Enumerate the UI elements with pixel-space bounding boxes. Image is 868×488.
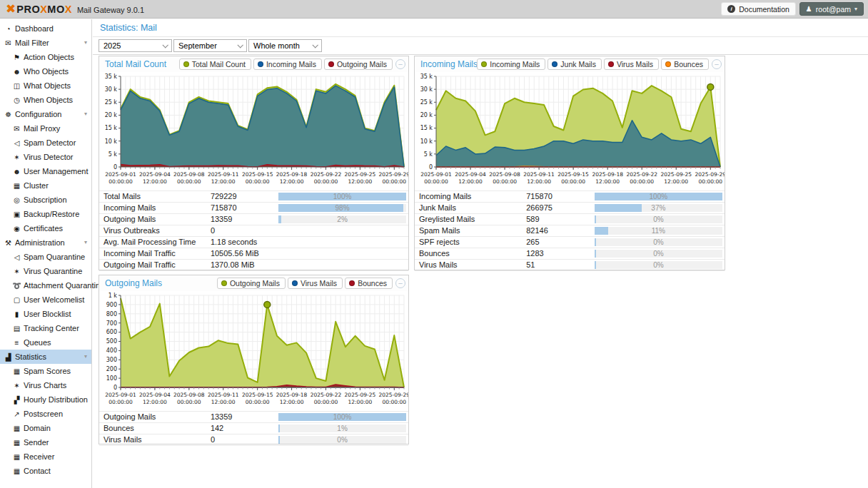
sidebar-item-label: Attachment Quarantine (24, 281, 104, 290)
sidebar-item-subscription[interactable]: ◎Subscription (0, 193, 91, 207)
sidebar-item-what-objects[interactable]: ◫What Objects (0, 78, 91, 93)
percent-bar: 0% (595, 238, 722, 246)
legend-item-incoming-mails[interactable]: Incoming Mails (253, 59, 322, 70)
sidebar-item-virus-charts[interactable]: ✶Virus Charts (0, 378, 91, 392)
svg-text:2025-09-22: 2025-09-22 (626, 171, 657, 178)
sidebar-item-user-blocklist[interactable]: ▮User Blocklist (0, 307, 91, 321)
svg-text:12:00:00: 12:00:00 (664, 178, 688, 185)
sidebar-item-hourly-distribution[interactable]: ▞Hourly Distribution (0, 392, 91, 407)
sidebar-item-spam-detector[interactable]: ◁Spam Detector (0, 136, 91, 150)
sidebar-item-queues[interactable]: ≡Queues (0, 335, 91, 350)
legend-dot-icon (608, 61, 614, 67)
user-menu-button[interactable]: ♟ root@pam ▾ (799, 2, 864, 16)
sidebar-item-sender[interactable]: ▦Sender (0, 435, 91, 449)
sidebar-item-backup-restore[interactable]: ▣Backup/Restore (0, 207, 91, 221)
sidebar-item-administration[interactable]: ⚒Administration▾ (0, 235, 91, 250)
range-select[interactable]: Whole month (248, 39, 322, 52)
legend-item-virus-mails[interactable]: Virus Mails (604, 59, 659, 70)
incoming-mails-chart: 05 k10 k15 k20 k25 k30 k35 k2025-09-0100… (415, 72, 725, 190)
table-row-incoming-mails: Incoming Mails715870100% (415, 191, 725, 203)
sidebar-item-contact[interactable]: ▦Contact (0, 464, 91, 478)
documentation-label: Documentation (739, 5, 789, 14)
legend-label: Outgoing Mails (230, 279, 280, 288)
legend-item-outgoing-mails[interactable]: Outgoing Mails (217, 278, 286, 289)
sidebar-item-receiver[interactable]: ▦Receiver (0, 449, 91, 464)
svg-text:2025-09-25: 2025-09-25 (345, 171, 376, 178)
sidebar-item-label: Receiver (24, 452, 54, 461)
bar-chart-icon: ▟ (4, 350, 13, 365)
svg-text:35 k: 35 k (420, 73, 433, 80)
sidebar-item-certificates[interactable]: ◉Certificates (0, 221, 91, 235)
percent-bar: 0% (595, 250, 722, 258)
percent-bar: 100% (278, 413, 406, 421)
gears-icon: ☸ (4, 108, 13, 122)
sidebar-item-tracking-center[interactable]: ▤Tracking Center (0, 321, 91, 335)
sidebar-item-mail-proxy[interactable]: ✉Mail Proxy (0, 121, 91, 136)
sidebar-item-configuration[interactable]: ☸Configuration▾ (0, 107, 91, 121)
sidebar-item-label: Configuration (15, 110, 61, 118)
table-icon: ▦ (12, 179, 21, 193)
svg-text:2025-09-11: 2025-09-11 (208, 392, 239, 398)
legend-item-incoming-mails[interactable]: Incoming Mails (477, 59, 545, 70)
legend-label: Total Mail Count (192, 60, 246, 68)
svg-text:2025-09-25: 2025-09-25 (345, 392, 376, 398)
sidebar-item-label: Contact (24, 467, 51, 475)
svg-text:15 k: 15 k (420, 125, 433, 131)
paperclip-icon: ➰ (12, 279, 21, 293)
sidebar-item-when-objects[interactable]: ◷When Objects (0, 93, 91, 107)
outgoing-mails-table: Outgoing Mails13359100%Bounces1421%Virus… (99, 411, 408, 446)
sidebar-item-mail-filter[interactable]: ✉Mail Filter▾ (0, 36, 91, 50)
svg-text:2025-09-29: 2025-09-29 (379, 392, 408, 398)
collapse-panel-icon[interactable]: − (395, 59, 405, 69)
sidebar-item-label: Queues (24, 338, 51, 347)
table-row-outgoing-mail-traffic: Outgoing Mail Traffic1370.08 MiB (99, 260, 408, 271)
row-value: 10505.56 MiB (211, 248, 259, 259)
legend-item-junk-mails[interactable]: Junk Mails (547, 59, 602, 70)
table-icon: ▦ (12, 436, 21, 450)
collapse-panel-icon[interactable]: − (395, 278, 405, 288)
row-label: Incoming Mail Traffic (104, 248, 176, 259)
svg-text:5 k: 5 k (424, 151, 433, 158)
sidebar-item-attachment-quarantine[interactable]: ➰Attachment Quarantine (0, 278, 91, 293)
sidebar-item-user-welcomelist[interactable]: ▢User Welcomelist (0, 293, 91, 307)
row-label: Virus Outbreaks (104, 225, 160, 236)
sidebar-item-virus-detector[interactable]: ✶Virus Detector (0, 150, 91, 164)
percent-label: 0% (595, 261, 722, 269)
sidebar-item-cluster[interactable]: ▦Cluster (0, 178, 91, 193)
legend-dot-icon (292, 280, 298, 286)
sidebar-item-label: Domain (24, 424, 51, 432)
sidebar-item-action-objects[interactable]: ⚑Action Objects (0, 50, 91, 64)
sidebar-item-domain[interactable]: ▦Domain (0, 421, 91, 435)
legend-item-virus-mails[interactable]: Virus Mails (288, 278, 343, 289)
chart-svg: 01002003004005006007008009001 k2025-09-0… (99, 291, 408, 411)
book-icon: ▤ (12, 322, 21, 336)
legend-item-outgoing-mails[interactable]: Outgoing Mails (324, 59, 393, 70)
legend-item-total-mail-count[interactable]: Total Mail Count (179, 59, 251, 70)
legend-item-bounces[interactable]: Bounces (345, 278, 393, 289)
legend-item-bounces[interactable]: Bounces (661, 59, 709, 70)
panel-total-mail-count: Total Mail Count Total Mail CountIncomin… (99, 56, 409, 270)
sidebar-item-label: Dashboard (15, 24, 54, 33)
svg-text:0: 0 (113, 164, 117, 171)
row-value: 265 (526, 237, 539, 248)
sidebar-item-dashboard[interactable]: ◔Dashboard (0, 21, 91, 36)
documentation-button[interactable]: i Documentation (721, 2, 796, 16)
collapse-panel-icon[interactable]: − (712, 59, 722, 69)
sidebar-item-statistics[interactable]: ▟Statistics▾ (0, 350, 91, 364)
table-row-bounces: Bounces12830% (415, 248, 725, 260)
sidebar-item-user-management[interactable]: ☻User Management (0, 164, 91, 178)
sidebar-item-spam-scores[interactable]: ▦Spam Scores (0, 364, 91, 378)
sidebar-item-spam-quarantine[interactable]: ◁Spam Quarantine (0, 250, 91, 264)
year-select[interactable]: 2025 (99, 39, 172, 52)
row-value: 1283 (526, 248, 543, 259)
sidebar-item-label: Hourly Distribution (24, 395, 88, 404)
svg-text:2025-09-25: 2025-09-25 (660, 171, 692, 178)
svg-text:2025-09-01: 2025-09-01 (420, 171, 452, 178)
percent-bar: 0% (278, 436, 406, 444)
table-row-spam-mails: Spam Mails8214611% (415, 225, 725, 237)
month-select[interactable]: September (173, 39, 247, 52)
sidebar-item-postscreen[interactable]: ↗Postscreen (0, 407, 91, 421)
sidebar-item-who-objects[interactable]: ☻Who Objects (0, 64, 91, 78)
page-title: Statistics: Mail (100, 23, 157, 33)
sidebar-item-virus-quarantine[interactable]: ✶Virus Quarantine (0, 264, 91, 278)
